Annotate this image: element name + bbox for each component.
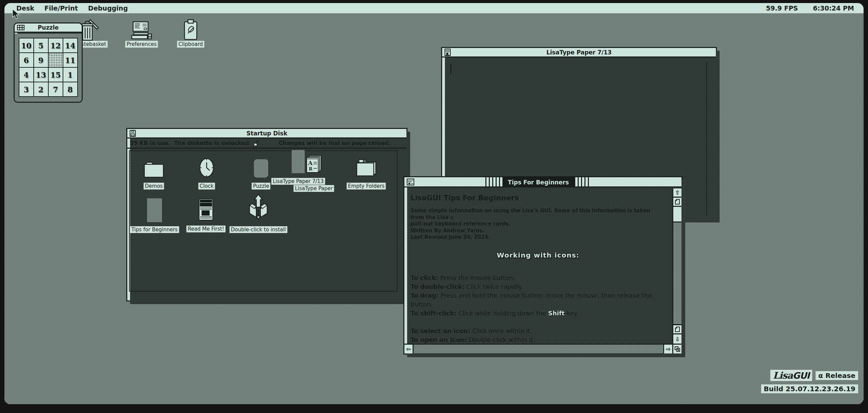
desktop-background: Wastebasket: [4, 13, 864, 404]
tips-open-document-icon[interactable]: Tips for Beginners: [147, 198, 162, 222]
screen: Desk File/Print Debugging 59.9 FPS 6:30:…: [0, 0, 868, 413]
tips-intro-line: Some simple information on using the Lis…: [411, 208, 665, 221]
wastebasket-icon[interactable]: Wastebasket: [80, 19, 100, 41]
icon-label: Double-click to install: [229, 226, 287, 233]
tips-intro-line: pull-out keyboard reference cards.: [411, 221, 665, 228]
tips-title: Tips For Beginners: [502, 177, 574, 187]
puzzle-tile[interactable]: 8: [63, 82, 77, 96]
startup-title: Startup Disk: [127, 130, 406, 137]
icon-label: LisaType Paper: [293, 185, 334, 192]
mouse-cursor: [12, 9, 20, 20]
puzzle-tile[interactable]: 11: [63, 53, 77, 67]
icon-label: LisaType Paper 7/13: [271, 178, 325, 185]
disk-warning-text: Changes will be lost on page reload.: [278, 140, 390, 146]
page-margin-line: [706, 61, 707, 216]
scroll-up-button[interactable]: ⇧: [673, 188, 681, 198]
disk-usage-text: 55 KB in use. The diskette is unlocked.: [130, 140, 251, 146]
tips-titlebar[interactable]: Tips For Beginners: [404, 177, 681, 187]
icon-label: Read Me First!: [187, 226, 226, 232]
puzzle-tile[interactable]: 7: [49, 82, 63, 96]
tip-line: To drag: Press and hold the mouse button…: [411, 291, 665, 309]
lisatype-title: LisaType Paper 7/13: [442, 49, 716, 56]
puzzle-tile[interactable]: 10: [19, 38, 33, 52]
install-box-icon[interactable]: Double-click to install: [247, 194, 269, 220]
empty-folders-icon[interactable]: Empty Folders: [356, 159, 376, 177]
puzzle-tile[interactable]: 9: [34, 53, 48, 67]
puzzle-tile[interactable]: 13: [34, 68, 48, 82]
svg-text:R: R: [309, 166, 312, 171]
tip-line: To click: Press the mouse button.: [411, 274, 665, 282]
branding: LisaGUI α Release: [770, 370, 858, 381]
clipboard-icon[interactable]: Clipboard: [183, 19, 198, 41]
puzzle-empty-slot: [49, 53, 63, 67]
icon-label: Clock: [198, 183, 215, 189]
fps-counter: 59.9 FPS: [766, 4, 798, 12]
menu-bar: Desk File/Print Debugging 59.9 FPS 6:30:…: [4, 3, 864, 13]
svg-text:A: A: [308, 160, 313, 166]
page-down-button[interactable]: [673, 325, 681, 334]
horizontal-scrollbar: ⇦ ⇨: [404, 344, 672, 353]
icon-label: Empty Folders: [347, 183, 386, 189]
demos-folder-icon[interactable]: Demos: [144, 160, 164, 178]
puzzle-titlebar[interactable]: Puzzle: [15, 23, 82, 33]
puzzle-open-app-icon[interactable]: Puzzle: [254, 159, 268, 178]
preferences-label: Preferences: [125, 41, 158, 48]
puzzle-tile[interactable]: 6: [19, 53, 33, 67]
active-title-stripes-right: [574, 177, 591, 187]
icon-label: Demos: [144, 183, 164, 189]
horizontal-scrollbar-track[interactable]: [414, 345, 663, 353]
release-label: α Release: [816, 371, 858, 380]
tips-revised: Last Revised June 24, 2025.: [411, 234, 665, 241]
tip-line: To double-click: Click twice rapidly.: [411, 282, 665, 291]
puzzle-tile[interactable]: 5: [34, 38, 48, 52]
lisatype-open-document-icon[interactable]: LisaType Paper 7/13: [292, 150, 305, 173]
puzzle-grid: 10 5 12 14 6 9 11 4 13 15 1 3 2: [19, 38, 78, 97]
startup-titlebar[interactable]: Startup Disk: [127, 129, 406, 138]
puzzle-tile[interactable]: 14: [63, 38, 77, 52]
read-me-newspaper-icon[interactable]: Read Me First!: [198, 198, 213, 221]
build-number: Build 25.07.12.23.26.19: [761, 384, 858, 393]
puzzle-area: 10 5 12 14 6 9 11 4 13 15 1 3 2: [15, 34, 82, 102]
scrollbar-thumb[interactable]: [673, 207, 681, 222]
resize-handle[interactable]: [672, 344, 681, 353]
puzzle-tile[interactable]: 4: [19, 68, 33, 82]
puzzle-tile[interactable]: 1: [63, 68, 77, 82]
desktop: Desk File/Print Debugging 59.9 FPS 6:30:…: [4, 3, 864, 404]
icon-label: Tips for Beginners: [130, 226, 179, 233]
menu-debugging[interactable]: Debugging: [83, 4, 133, 12]
puzzle-tile[interactable]: 12: [49, 38, 63, 52]
tips-window: Tips For Beginners LisaGUI Tips For Begi…: [403, 176, 682, 354]
puzzle-tile[interactable]: 3: [19, 82, 33, 96]
scroll-down-button[interactable]: ⇩: [673, 334, 681, 344]
preferences-icon[interactable]: Preferences: [130, 21, 153, 41]
lisagui-logo: LisaGUI: [770, 370, 812, 381]
tip-line: To shift-click: Click while holding down…: [411, 309, 665, 318]
puzzle-title: Puzzle: [15, 24, 82, 31]
scroll-right-button[interactable]: ⇨: [663, 345, 672, 353]
menu-clock: 6:30:24 PM: [813, 4, 854, 12]
shift-key-label: Shift: [548, 310, 564, 317]
lisatype-titlebar[interactable]: LisaType Paper 7/13: [442, 48, 716, 57]
scroll-left-button[interactable]: ⇦: [404, 345, 414, 353]
puzzle-window: Puzzle 10 5 12 14 6 9 11 4 13 15: [14, 22, 83, 103]
clipboard-label: Clipboard: [177, 41, 204, 48]
vertical-scrollbar: ⇧: [672, 188, 681, 344]
puzzle-tile[interactable]: 2: [34, 82, 48, 96]
page-up-button[interactable]: [673, 198, 681, 207]
icon-label: Puzzle: [252, 183, 270, 189]
startup-disk-window: Startup Disk 55 KB in use. The diskette …: [126, 128, 407, 301]
lisatype-paper-pad-icon[interactable]: A R LisaType Paper: [306, 155, 322, 173]
disk-status-bar: 55 KB in use. The diskette is unlocked. …: [127, 138, 406, 149]
tips-section-heading: Working with icons:: [411, 251, 665, 259]
puzzle-tile[interactable]: 15: [49, 68, 63, 82]
tip-line: To open an icon: Double-click within it.: [411, 335, 665, 344]
text-caret: [450, 63, 451, 74]
scrollbar-track[interactable]: [673, 222, 681, 325]
tips-byline: Written By Andrew Yaros.: [411, 228, 665, 234]
clock-app-icon[interactable]: Clock: [199, 158, 214, 178]
tip-line: To select an icon: Click once within it.: [411, 327, 665, 335]
tips-content: LisaGUI Tips For Beginners Some simple i…: [404, 188, 672, 344]
menu-file-print[interactable]: File/Print: [39, 4, 83, 12]
tips-title-area: Tips For Beginners: [404, 177, 672, 187]
active-title-stripes-left: [485, 177, 502, 187]
